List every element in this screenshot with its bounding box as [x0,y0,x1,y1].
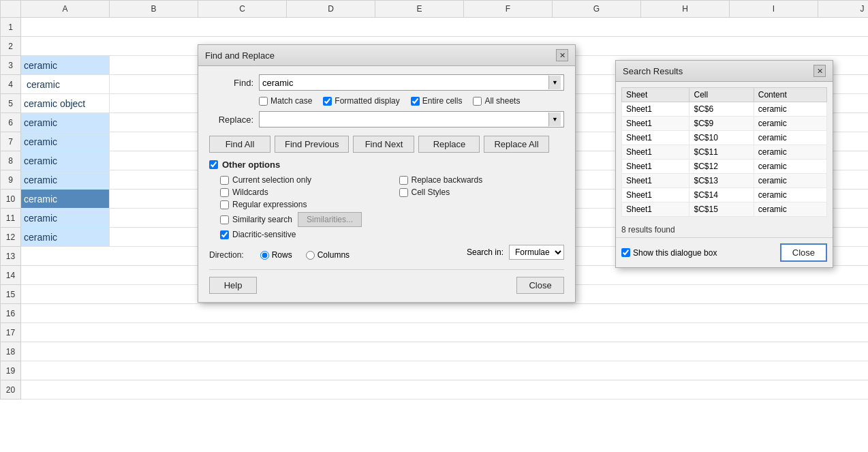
search-in-select[interactable]: Formulae Values Notes [509,245,564,260]
find-replace-titlebar: Find and Replace ✕ [198,45,575,66]
result-sheet: Sheet1 [622,160,689,174]
entire-cells-checkbox-item[interactable]: Entire cells [411,96,463,106]
cell-a4[interactable]: ceramic [21,75,110,94]
table-row[interactable]: Sheet1$C$10ceramic [622,131,827,145]
find-replace-close-icon[interactable]: ✕ [556,49,568,61]
current-selection-item[interactable]: Current selection only [220,175,386,185]
current-selection-label: Current selection only [232,175,311,185]
find-dropdown-button[interactable]: ▼ [548,76,561,89]
match-case-checkbox-item[interactable]: Match case [259,96,312,106]
table-row[interactable]: Sheet1$C$9ceramic [622,117,827,131]
cell-a5[interactable]: ceramic object [21,94,110,113]
result-cell: $C$9 [689,117,754,131]
cell-styles-checkbox[interactable] [399,188,408,197]
entire-cells-checkbox[interactable] [411,97,420,106]
wildcards-item[interactable]: Wildcards [220,187,386,197]
find-replace-title: Find and Replace [205,50,275,61]
rows-radio-item[interactable]: Rows [260,250,292,260]
other-options-checkbox[interactable] [209,160,218,169]
columns-radio-item[interactable]: Columns [306,250,350,260]
regular-expressions-item[interactable]: Regular expressions [220,200,386,209]
col-header-f: F [464,1,553,18]
formatted-display-checkbox-item[interactable]: Formatted display [323,96,399,106]
result-content: ceramic [754,160,826,174]
cell-a12[interactable]: ceramic [21,228,110,247]
find-previous-button[interactable]: Find Previous [275,136,349,153]
row-header-9: 9 [1,170,21,190]
cell-a6[interactable]: ceramic [21,113,110,132]
regular-expressions-label: Regular expressions [232,200,307,209]
table-row[interactable]: Sheet1$C$12ceramic [622,160,827,174]
cell-styles-item[interactable]: Cell Styles [399,187,565,197]
row-header-3: 3 [1,56,21,75]
replace-label: Replace: [209,115,253,125]
cell-a8[interactable]: ceramic [21,151,110,170]
table-row[interactable]: Sheet1$C$14ceramic [622,188,827,202]
results-status: 8 results found [616,222,833,237]
result-content: ceramic [754,188,826,202]
row-header-7: 7 [1,132,21,151]
replace-backwards-checkbox[interactable] [399,176,408,185]
result-content: ceramic [754,202,826,217]
cell-a7[interactable]: ceramic [21,132,110,151]
result-cell: $C$12 [689,160,754,174]
col-header-a: A [21,1,110,18]
result-cell: $C$11 [689,145,754,160]
result-content: ceramic [754,174,826,188]
result-content: ceramic [754,131,826,145]
result-sheet: Sheet1 [622,188,689,202]
similarity-search-item[interactable]: Similarity search [220,215,292,224]
search-results-dialog: Search Results ✕ Sheet Cell Content Shee… [615,60,833,268]
close-main-button[interactable]: Close [516,277,564,294]
other-options-toggle[interactable]: Other options [209,160,564,170]
result-sheet: Sheet1 [622,145,689,160]
replace-dropdown-button[interactable]: ▼ [548,112,561,126]
wildcards-label: Wildcards [232,187,268,197]
current-selection-checkbox[interactable] [220,176,229,185]
cell-a9[interactable]: ceramic [21,170,110,190]
find-all-button[interactable]: Find All [209,136,270,153]
rows-label: Rows [272,250,292,260]
row-header-6: 6 [1,113,21,132]
col-header-d: D [287,1,375,18]
result-sheet: Sheet1 [622,202,689,217]
find-input[interactable] [262,78,548,88]
similarity-search-checkbox[interactable] [220,215,229,224]
result-cell: $C$6 [689,102,754,117]
show-dialogue-checkbox[interactable] [621,248,630,257]
replace-all-button[interactable]: Replace All [484,136,548,153]
diacritic-sensitive-checkbox[interactable] [220,230,229,239]
diacritic-sensitive-item[interactable]: Diacritic-sensitive [220,230,386,239]
entire-cells-label: Entire cells [422,96,463,106]
formatted-display-checkbox[interactable] [323,97,332,106]
search-results-close-icon[interactable]: ✕ [813,65,826,77]
similarities-button[interactable]: Similarities... [298,212,362,227]
regular-expressions-checkbox[interactable] [220,200,229,209]
table-row[interactable]: Sheet1$C$13ceramic [622,174,827,188]
all-sheets-checkbox-item[interactable]: All sheets [473,96,520,106]
rows-radio[interactable] [260,251,269,260]
cell-a10[interactable]: ceramic [21,190,110,209]
table-row[interactable]: Sheet1$C$11ceramic [622,145,827,160]
other-options-label: Other options [222,160,280,170]
search-in-label: Search in: [467,247,503,257]
all-sheets-checkbox[interactable] [473,97,482,106]
wildcards-checkbox[interactable] [220,188,229,197]
cell-a3[interactable]: ceramic [21,56,110,75]
table-row[interactable]: Sheet1$C$15ceramic [622,202,827,217]
cell-a11[interactable]: ceramic [21,209,110,228]
results-close-button[interactable]: Close [780,243,827,262]
show-dialogue-checkbox-item[interactable]: Show this dialogue box [621,248,717,258]
columns-radio[interactable] [306,251,315,260]
replace-input[interactable] [262,115,548,125]
columns-label: Columns [317,250,350,260]
find-next-button[interactable]: Find Next [353,136,414,153]
replace-button[interactable]: Replace [418,136,480,153]
table-row[interactable]: Sheet1$C$6ceramic [622,102,827,117]
match-case-checkbox[interactable] [259,97,268,106]
col-header-i: I [730,1,818,18]
result-sheet: Sheet1 [622,131,689,145]
row-header-10: 10 [1,190,21,209]
help-button[interactable]: Help [209,277,257,294]
replace-backwards-item[interactable]: Replace backwards [399,175,565,185]
